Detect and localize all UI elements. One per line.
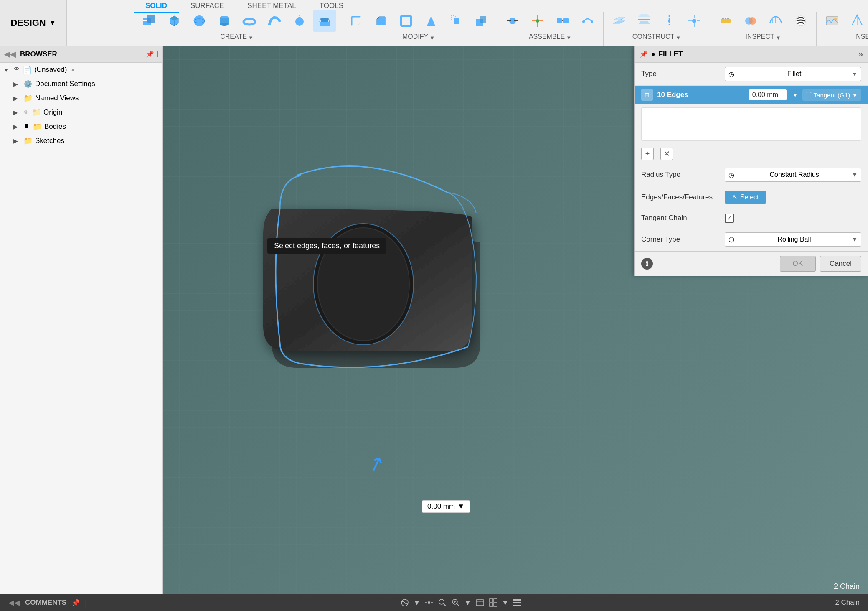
edges-copy-icon[interactable]: ⊞	[641, 89, 653, 101]
radius-dropdown-arrow: ▼	[852, 171, 858, 178]
point-icon[interactable]	[683, 10, 706, 32]
rigid-group-icon[interactable]	[551, 10, 574, 32]
torus-icon[interactable]	[238, 10, 261, 32]
zebra-icon[interactable]	[789, 10, 812, 32]
shell-icon[interactable]	[395, 10, 417, 32]
sidebar: ◀◀ BROWSER 📌 | ▼ 👁 📄 (Unsaved) ● ▶ ⚙️	[0, 46, 163, 594]
radius-type-select[interactable]: ◷ Constant Radius ▼	[725, 168, 861, 182]
folder-icon-unsaved: 📄	[23, 65, 32, 74]
tree-arrow-named: ▶	[13, 95, 21, 102]
comments-pin-icon[interactable]: 📌	[71, 599, 80, 607]
tree-item-bodies[interactable]: ▶ 👁 📁 Bodies	[10, 120, 162, 134]
display-dropdown[interactable]: ▼	[502, 598, 509, 607]
zoom-fit-tool[interactable]	[437, 598, 447, 608]
insert-image-icon[interactable]	[821, 10, 843, 32]
tangent-chain-checkbox[interactable]: ✓	[725, 214, 734, 223]
unsaved-icon: ●	[71, 66, 74, 73]
midplane-icon[interactable]	[633, 10, 655, 32]
orbit-tool[interactable]	[400, 598, 410, 608]
bottom-bar: ◀◀ COMMENTS 📌 | ▼ ▼ ▼ 2 Chain	[0, 594, 868, 611]
measure-icon[interactable]	[714, 10, 737, 32]
offset-plane-icon[interactable]	[608, 10, 630, 32]
modify-section-label[interactable]: MODIFY ▼	[402, 33, 435, 42]
add-edge-btn[interactable]: +	[641, 148, 654, 160]
svg-point-43	[692, 19, 696, 23]
tree-item-unsaved[interactable]: ▼ 👁 📄 (Unsaved) ●	[0, 63, 162, 77]
fillet-tool-icon[interactable]	[345, 10, 367, 32]
ok-button[interactable]: OK	[780, 256, 816, 272]
panel-pin-icon[interactable]: 📌	[640, 50, 648, 58]
insert-mesh-icon[interactable]	[846, 10, 868, 32]
grid-mode[interactable]	[488, 598, 498, 608]
eye-origin[interactable]: 👁	[23, 109, 29, 116]
construct-section-label[interactable]: CONSTRUCT ▼	[632, 33, 681, 42]
display-mode[interactable]	[475, 598, 485, 608]
nav-dropdown[interactable]: ▼	[413, 598, 421, 607]
dimension-label[interactable]: 0.00 mm ▼	[422, 500, 470, 513]
tree-item-origin[interactable]: ▶ 👁 📁 Origin	[10, 105, 162, 120]
tree-arrow-doc: ▶	[13, 81, 21, 87]
revolve-icon[interactable]	[288, 10, 311, 32]
svg-rect-30	[557, 18, 562, 23]
edges-mm-arrow[interactable]: ▼	[792, 92, 798, 98]
dim-dropdown-arrow[interactable]: ▼	[457, 502, 464, 511]
corner-icon: ⬡	[728, 236, 734, 244]
inspect-section-label[interactable]: INSPECT ▼	[745, 33, 781, 42]
type-select[interactable]: ◷ Fillet ▼	[725, 67, 861, 81]
tree-item-sketches[interactable]: ▶ 📁 Sketches	[10, 134, 162, 148]
info-button[interactable]: ℹ	[641, 258, 653, 270]
joint-icon[interactable]	[501, 10, 524, 32]
svg-rect-97	[513, 602, 521, 603]
draft-icon[interactable]	[420, 10, 442, 32]
svg-rect-31	[563, 18, 569, 23]
assemble-section-label[interactable]: ASSEMBLE ▼	[529, 33, 571, 42]
svg-rect-94	[490, 603, 493, 606]
zoom-dropdown[interactable]: ▼	[464, 598, 472, 607]
tree-item-doc-settings[interactable]: ▶ ⚙️ Document Settings	[10, 77, 162, 91]
tangent-select[interactable]: ⌒ Tangent (G1) ▼	[802, 89, 861, 101]
edges-mm-input[interactable]	[749, 89, 787, 100]
select-button[interactable]: ↖ Select	[725, 191, 766, 204]
browser-divider-icon: |	[157, 50, 158, 58]
corner-type-value: Rolling Ball	[778, 236, 811, 243]
remove-edge-btn[interactable]: ✕	[660, 148, 673, 160]
motion-link-icon[interactable]	[576, 10, 599, 32]
svg-rect-98	[513, 605, 521, 606]
browser-pin-icon[interactable]: 📌	[146, 50, 154, 58]
panel-expand-button[interactable]: »	[858, 49, 863, 59]
interference-icon[interactable]	[739, 10, 762, 32]
viewport[interactable]: Select edges, faces, or features ↗ 0.00 …	[163, 46, 868, 594]
axis-icon[interactable]	[658, 10, 680, 32]
tooltip-text: Select edges, faces, or features	[274, 242, 380, 250]
pan-tool[interactable]	[424, 598, 434, 608]
eye-unsaved[interactable]: 👁	[13, 66, 20, 74]
tree-item-named-views[interactable]: ▶ 📁 Named Views	[10, 91, 162, 105]
zoom-tool[interactable]	[451, 598, 461, 608]
view-settings[interactable]	[512, 598, 522, 608]
svg-point-34	[591, 20, 593, 23]
tree-children-unsaved: ▶ ⚙️ Document Settings ▶ 📁 Named Views ▶…	[0, 77, 162, 148]
pipe-icon[interactable]	[263, 10, 286, 32]
create-section-label[interactable]: CREATE ▼	[220, 33, 254, 42]
radius-type-label: Radius Type	[641, 171, 725, 179]
browser-collapse-arrows[interactable]: ◀◀	[4, 50, 16, 59]
corner-type-select[interactable]: ⬡ Rolling Ball ▼	[725, 232, 861, 247]
curvature-icon[interactable]	[764, 10, 787, 32]
chain-count-bottom: 2 Chain	[835, 598, 860, 607]
design-button[interactable]: DESIGN ▼	[0, 0, 67, 46]
toolbar-content: CREATE ▼	[134, 12, 868, 46]
combine-icon[interactable]	[470, 10, 492, 32]
box-icon[interactable]	[163, 10, 185, 32]
new-component-icon[interactable]	[138, 10, 160, 32]
extrude-icon[interactable]	[313, 10, 336, 32]
insert-section-label[interactable]: INSERT ▼	[854, 33, 868, 42]
cancel-button[interactable]: Cancel	[820, 256, 861, 272]
eye-bodies[interactable]: 👁	[23, 123, 30, 130]
comments-collapse-arrows[interactable]: ◀◀	[8, 598, 20, 607]
cylinder-icon[interactable]	[213, 10, 236, 32]
sphere-icon[interactable]	[188, 10, 211, 32]
scale-icon[interactable]	[445, 10, 467, 32]
joint-origin-icon[interactable]	[526, 10, 549, 32]
svg-line-85	[443, 603, 446, 606]
chamfer-icon[interactable]	[370, 10, 392, 32]
